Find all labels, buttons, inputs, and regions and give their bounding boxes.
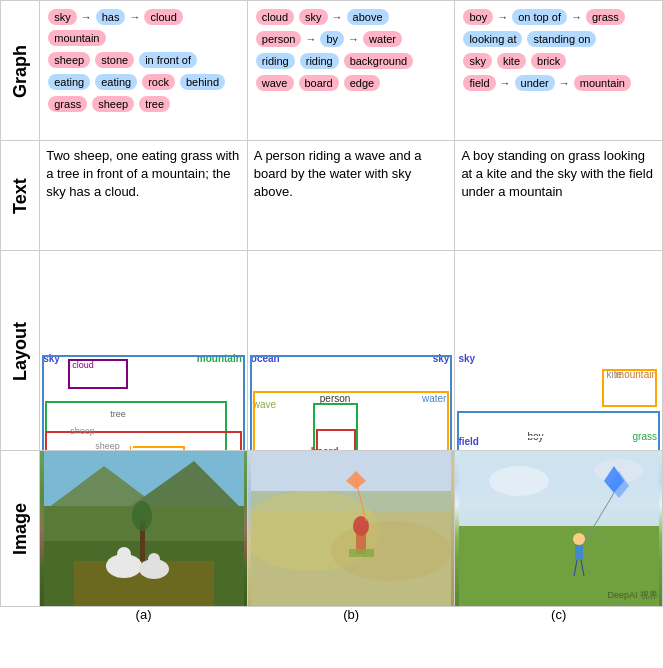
graph-col-c: boy → on top of → grass looking at stand… xyxy=(455,1,663,141)
text-col-c: A boy standing on grass looking at a kit… xyxy=(455,141,663,251)
image-col-a xyxy=(40,451,248,607)
svg-point-11 xyxy=(132,501,152,531)
tag-rock-a: rock xyxy=(142,74,175,90)
tag-grass-c: grass xyxy=(586,9,625,25)
scene-c-sky-label: sky xyxy=(458,353,475,364)
tag-in-front-of-a: in front of xyxy=(139,52,197,68)
svg-point-17 xyxy=(353,516,369,536)
tag-riding-b2: riding xyxy=(300,53,339,69)
caption-empty xyxy=(1,607,40,623)
graph-col-b: cloud sky → above person → by → water ri… xyxy=(247,1,455,141)
layout-col-c: sky kite mountain field boy grass xyxy=(455,251,663,451)
graph-row-a1: sky → has → cloud mountain xyxy=(46,7,241,48)
image-svg-c xyxy=(459,451,659,606)
graph-container-a: sky → has → cloud mountain sheep stone i… xyxy=(44,5,243,116)
svg-rect-19 xyxy=(349,549,374,557)
tag-kite-c: kite xyxy=(497,53,526,69)
tag-on-top-of-c: on top of xyxy=(512,9,567,25)
image-svg-a xyxy=(44,451,244,606)
scene-a-sheep-label2: sheep xyxy=(70,426,95,436)
tag-under-c: under xyxy=(515,75,555,91)
svg-point-7 xyxy=(117,547,131,561)
graph-row-c4: field → under → mountain xyxy=(461,73,656,93)
scene-c-mountain-box xyxy=(602,369,657,407)
graph-row-c3: sky kite brick xyxy=(461,51,656,71)
tag-background-b: background xyxy=(344,53,414,69)
layout-col-b: ocean sky wave person water board xyxy=(247,251,455,451)
image-scene-a xyxy=(40,451,247,606)
layout-label: Layout xyxy=(1,251,40,451)
tag-wave-b: wave xyxy=(256,75,294,91)
tag-by-b: by xyxy=(320,31,344,47)
graph-row-c2: looking at standing on xyxy=(461,29,656,49)
graph-row-a4: grass sheep tree xyxy=(46,94,241,114)
tag-water-b: water xyxy=(363,31,402,47)
tag-behind-a: behind xyxy=(180,74,225,90)
caption-b: (b) xyxy=(247,607,455,623)
tag-board-b: board xyxy=(299,75,339,91)
tag-sheep-a2: sheep xyxy=(92,96,134,112)
tag-tree-a: tree xyxy=(139,96,170,112)
text-col-a: Two sheep, one eating grass with a tree … xyxy=(40,141,248,251)
tag-cloud-b: cloud xyxy=(256,9,294,25)
graph-col-a: sky → has → cloud mountain sheep stone i… xyxy=(40,1,248,141)
tag-edge-b: edge xyxy=(344,75,380,91)
svg-point-29 xyxy=(573,533,585,545)
svg-point-9 xyxy=(148,553,160,565)
graph-row-b1: cloud sky → above xyxy=(254,7,449,27)
scene-a-white-box xyxy=(85,439,133,451)
tag-sky-c: sky xyxy=(463,53,492,69)
graph-row-b3: riding riding background xyxy=(254,51,449,71)
graph-row-c1: boy → on top of → grass xyxy=(461,7,656,27)
text-col-b: A person riding a wave and a board by th… xyxy=(247,141,455,251)
caption-a: (a) xyxy=(40,607,248,623)
graph-row-b4: wave board edge xyxy=(254,73,449,93)
image-scene-b xyxy=(248,451,455,606)
caption-c: (c) xyxy=(455,607,663,623)
tag-brick-c: brick xyxy=(531,53,566,69)
tag-person-b: person xyxy=(256,31,302,47)
graph-label: Graph xyxy=(1,1,40,141)
image-scene-c xyxy=(455,451,662,606)
graph-container-b: cloud sky → above person → by → water ri… xyxy=(252,5,451,95)
tag-mountain-c: mountain xyxy=(574,75,631,91)
text-label: Text xyxy=(1,141,40,251)
graph-row-a3: eating eating rock behind xyxy=(46,72,241,92)
tag-eating-a1: eating xyxy=(48,74,90,90)
tag-stone-a: stone xyxy=(95,52,134,68)
tag-looking-at-c: looking at xyxy=(463,31,522,47)
scene-c-boy-box xyxy=(520,436,552,451)
tag-has: has xyxy=(96,9,126,25)
tag-cloud-a: cloud xyxy=(144,9,182,25)
watermark: DeepAI 视界 xyxy=(607,589,658,602)
main-table: Graph sky → has → cloud mountain sheep s… xyxy=(0,0,663,622)
scene-a-tree-label: tree xyxy=(110,409,126,419)
tag-riding-b1: riding xyxy=(256,53,295,69)
image-col-b xyxy=(247,451,455,607)
svg-rect-30 xyxy=(575,545,583,560)
tag-sky-a: sky xyxy=(48,9,77,25)
tag-sheep-a1: sheep xyxy=(48,52,90,68)
tag-mountain-a: mountain xyxy=(48,30,105,46)
tag-boy-c: boy xyxy=(463,9,493,25)
tag-eating-a2: eating xyxy=(95,74,137,90)
scene-b-water-label: water xyxy=(422,393,446,404)
graph-container-c: boy → on top of → grass looking at stand… xyxy=(459,5,658,95)
image-svg-b xyxy=(251,451,451,606)
tag-grass-a: grass xyxy=(48,96,87,112)
scene-c-field-box xyxy=(457,411,660,451)
svg-point-23 xyxy=(489,466,549,496)
layout-col-a: sky cloud mountain tree sheep sheep xyxy=(40,251,248,451)
tag-field-c: field xyxy=(463,75,495,91)
image-label: Image xyxy=(1,451,40,607)
tag-standing-on-c: standing on xyxy=(527,31,596,47)
image-col-c: DeepAI 视界 xyxy=(455,451,663,607)
tag-sky-b: sky xyxy=(299,9,328,25)
graph-row-b2: person → by → water xyxy=(254,29,449,49)
tag-above-b: above xyxy=(347,9,389,25)
graph-row-a2: sheep stone in front of xyxy=(46,50,241,70)
